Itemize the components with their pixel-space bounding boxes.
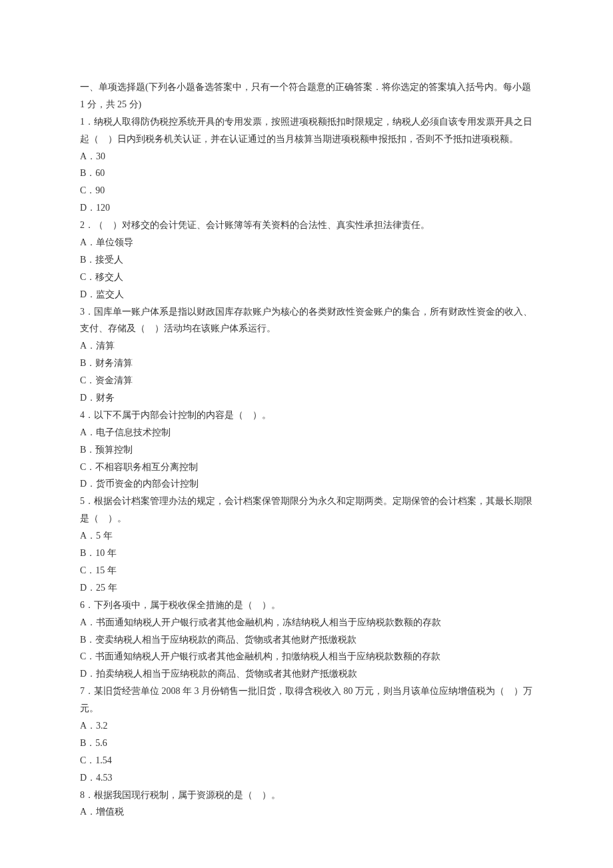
section-instructions: 一、单项选择题(下列各小题备选答案中，只有一个符合题意的正确答案．将你选定的答案… (80, 79, 533, 113)
question-stem: 6．下列各项中，属于税收保全措施的是（ ）。 (80, 597, 533, 614)
question-stem: 7．某旧货经营单位 2008 年 3 月份销售一批旧货，取得含税收入 80 万元… (80, 683, 533, 717)
option-b: B．变卖纳税人相当于应纳税款的商品、货物或者其他财产抵缴税款 (80, 631, 533, 649)
option-c: C．移交人 (80, 269, 533, 286)
option-d: D．货币资金的内部会计控制 (80, 475, 533, 493)
option-a: A．5 年 (80, 527, 533, 545)
option-d: D．财务 (80, 389, 533, 407)
question-8: 8．根据我国现行税制，属于资源税的是（ ）。 A．增值税 (80, 787, 533, 821)
question-stem: 5．根据会计档案管理办法的规定，会计档案保管期限分为永久和定期两类。定期保管的会… (80, 493, 533, 527)
option-a: A．增值税 (80, 803, 533, 821)
option-c: C．1.54 (80, 752, 533, 769)
question-6: 6．下列各项中，属于税收保全措施的是（ ）。 A．书面通知纳税人开户银行或者其他… (80, 597, 533, 683)
question-3: 3．国库单一账户体系是指以财政国库存款账户为核心的各类财政性资金账户的集合，所有… (80, 303, 533, 407)
question-stem: 8．根据我国现行税制，属于资源税的是（ ）。 (80, 787, 533, 804)
option-a: A．书面通知纳税人开户银行或者其他金融机构，冻结纳税人相当于应纳税款数额的存款 (80, 614, 533, 631)
option-a: A．30 (80, 148, 533, 165)
question-stem: 4．以下不属于内部会计控制的内容是（ ）。 (80, 407, 533, 424)
option-d: D．25 年 (80, 579, 533, 597)
option-b: B．预算控制 (80, 441, 533, 459)
option-c: C．资金清算 (80, 372, 533, 389)
question-stem: 2．（ ）对移交的会计凭证、会计账簿等有关资料的合法性、真实性承担法律责任。 (80, 217, 533, 234)
option-d: D．120 (80, 199, 533, 217)
option-b: B．10 年 (80, 545, 533, 562)
option-b: B．财务清算 (80, 355, 533, 372)
option-c: C．书面通知纳税人开户银行或者其他金融机构，扣缴纳税人相当于应纳税款数额的存款 (80, 648, 533, 665)
option-c: C．15 年 (80, 562, 533, 579)
question-2: 2．（ ）对移交的会计凭证、会计账簿等有关资料的合法性、真实性承担法律责任。 A… (80, 217, 533, 303)
option-c: C．90 (80, 182, 533, 199)
question-1: 1．纳税人取得防伪税控系统开具的专用发票，按照进项税额抵扣时限规定，纳税人必须自… (80, 113, 533, 217)
option-b: B．5.6 (80, 735, 533, 752)
option-a: A．3.2 (80, 717, 533, 735)
document-page: 一、单项选择题(下列各小题备选答案中，只有一个符合题意的正确答案．将你选定的答案… (0, 0, 613, 868)
option-b: B．60 (80, 165, 533, 182)
option-a: A．清算 (80, 337, 533, 355)
question-5: 5．根据会计档案管理办法的规定，会计档案保管期限分为永久和定期两类。定期保管的会… (80, 493, 533, 596)
option-b: B．接受人 (80, 251, 533, 269)
question-7: 7．某旧货经营单位 2008 年 3 月份销售一批旧货，取得含税收入 80 万元… (80, 683, 533, 786)
option-a: A．单位领导 (80, 234, 533, 251)
option-d: D．拍卖纳税人相当于应纳税款的商品、货物或者其他财产抵缴税款 (80, 665, 533, 683)
option-a: A．电子信息技术控制 (80, 424, 533, 441)
option-c: C．不相容职务相互分离控制 (80, 459, 533, 476)
question-stem: 3．国库单一账户体系是指以财政国库存款账户为核心的各类财政性资金账户的集合，所有… (80, 303, 533, 338)
option-d: D．4.53 (80, 769, 533, 787)
question-stem: 1．纳税人取得防伪税控系统开具的专用发票，按照进项税额抵扣时限规定，纳税人必须自… (80, 113, 533, 148)
question-4: 4．以下不属于内部会计控制的内容是（ ）。 A．电子信息技术控制 B．预算控制 … (80, 407, 533, 493)
option-d: D．监交人 (80, 286, 533, 303)
